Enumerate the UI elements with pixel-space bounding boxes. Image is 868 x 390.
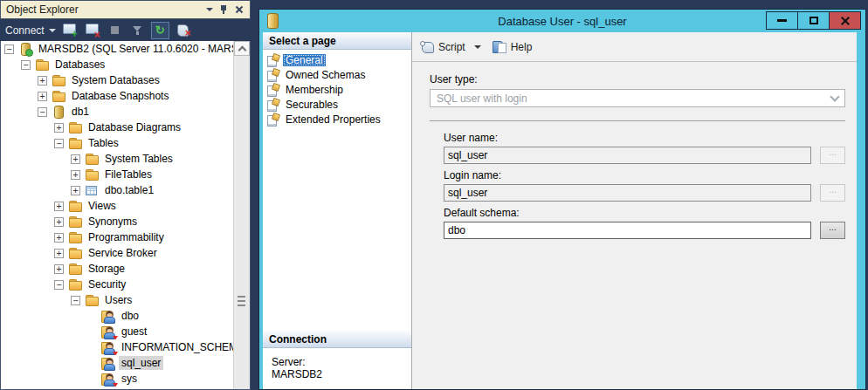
connect-server-icon[interactable]: [60, 22, 79, 39]
collapse-icon[interactable]: −: [21, 60, 31, 70]
folder-icon: [85, 168, 100, 181]
connect-button[interactable]: Connect: [5, 24, 56, 37]
expand-icon[interactable]: +: [54, 123, 64, 133]
expand-icon[interactable]: +: [71, 154, 80, 164]
tree-item-service-broker[interactable]: +Service Broker: [1, 245, 250, 261]
tree-item-label: Users: [102, 293, 134, 307]
folder-icon: [68, 278, 83, 291]
user-icon: [101, 357, 116, 370]
expand-icon[interactable]: +: [54, 264, 64, 274]
collapse-icon[interactable]: −: [4, 44, 14, 54]
tree-item-label: INFORMATION_SCHEMA: [119, 340, 247, 354]
page-icon: [266, 99, 280, 111]
expand-icon[interactable]: +: [38, 92, 47, 101]
tree-item-label: Security: [86, 277, 128, 291]
expand-icon[interactable]: +: [54, 202, 64, 211]
tree-scrollbar[interactable]: [233, 41, 250, 389]
minimize-button[interactable]: [766, 11, 798, 30]
dialog-main: Script Help User type: SQL user with log…: [411, 32, 857, 389]
page-icon: [266, 69, 280, 81]
scrollbar-grip[interactable]: [238, 296, 245, 306]
tree-item-db1[interactable]: −db1: [1, 104, 250, 120]
help-button[interactable]: Help: [511, 41, 533, 53]
tree-item-storage[interactable]: +Storage: [1, 261, 250, 277]
user-icon: [101, 310, 116, 323]
collapse-icon[interactable]: −: [54, 280, 64, 290]
collapse-icon[interactable]: −: [71, 296, 80, 305]
refresh-icon[interactable]: [151, 22, 169, 39]
login-name-input: [444, 184, 811, 202]
tree-item-security[interactable]: −Security: [1, 277, 250, 292]
expand-icon[interactable]: +: [54, 217, 64, 227]
expand-icon[interactable]: +: [71, 170, 80, 180]
page-item-general[interactable]: General: [263, 52, 411, 67]
user-type-combobox: SQL user with login: [430, 89, 845, 107]
tree-item-sys[interactable]: sys: [1, 371, 250, 387]
object-explorer-title: Object Explorer: [6, 3, 202, 16]
tree-item-database-diagrams[interactable]: +Database Diagrams: [1, 120, 250, 135]
form-separator: [430, 120, 845, 121]
page-item-membership[interactable]: Membership: [263, 82, 411, 97]
chevron-down-icon: [206, 8, 213, 11]
user-disabled-icon: [101, 325, 116, 339]
tree-item-label: Databases: [52, 58, 107, 72]
user-name-label: User name:: [444, 132, 845, 144]
tree-item-views[interactable]: +Views: [1, 198, 250, 214]
tree-item-label: Database Diagrams: [86, 120, 183, 134]
folder-icon: [68, 231, 83, 244]
page-item-securables[interactable]: Securables: [263, 97, 411, 112]
login-name-browse-button: ...: [820, 184, 845, 202]
tree-item-label: FileTables: [102, 168, 155, 181]
server-icon: [18, 43, 33, 56]
tree-item-filetables[interactable]: +FileTables: [1, 167, 250, 182]
scroll-up-icon[interactable]: [234, 41, 250, 56]
close-panel-icon[interactable]: [231, 3, 246, 17]
tree-item-information-schema[interactable]: INFORMATION_SCHEMA: [1, 339, 250, 355]
disconnect-server-icon[interactable]: [83, 22, 101, 39]
object-explorer-tree: −MARSDB2 (SQL Server 11.0.6020 - MARSD−D…: [0, 41, 251, 390]
tree-item-programmability[interactable]: +Programmability: [1, 229, 250, 245]
dialog-titlebar[interactable]: Database User - sql_user: [259, 10, 865, 32]
tree-item-synonyms[interactable]: +Synonyms: [1, 214, 250, 229]
tree-item-system-tables[interactable]: +System Tables: [1, 151, 250, 167]
close-button[interactable]: [829, 11, 861, 30]
collapse-icon[interactable]: −: [54, 139, 64, 148]
expand-icon[interactable]: +: [54, 233, 64, 243]
script-icon: [420, 40, 434, 53]
default-schema-browse-button[interactable]: ...: [820, 222, 845, 239]
tree-item-guest[interactable]: guest: [1, 324, 250, 339]
tree-item-sql-user[interactable]: sql_user: [1, 355, 250, 371]
tree-item-system-databases[interactable]: +System Databases: [1, 72, 250, 88]
tree-item-databases[interactable]: −Databases: [1, 57, 250, 72]
tree-item-marsdb2-sql-server-11-0-6020-marsd[interactable]: −MARSDB2 (SQL Server 11.0.6020 - MARSD: [1, 41, 250, 57]
tree-item-database-snapshots[interactable]: +Database Snapshots: [1, 88, 250, 104]
tree-item-dbo[interactable]: dbo: [1, 308, 250, 324]
window-position-menu-icon[interactable]: [202, 3, 217, 17]
pin-icon[interactable]: [217, 3, 231, 17]
maximize-button[interactable]: [797, 11, 830, 30]
folder-icon: [68, 263, 83, 276]
page-item-owned-schemas[interactable]: Owned Schemas: [263, 67, 411, 82]
tree-item-dbo-table1[interactable]: +dbo.table1: [1, 182, 250, 198]
default-schema-input[interactable]: [444, 222, 811, 239]
tree-item-label: Tables: [86, 136, 121, 150]
expand-icon[interactable]: +: [71, 186, 80, 195]
page-icon: [266, 54, 280, 66]
folder-icon: [68, 216, 83, 229]
page-item-extended-properties[interactable]: Extended Properties: [263, 112, 411, 127]
tree-item-tables[interactable]: −Tables: [1, 135, 250, 151]
connection-info: Server: MARSDB2 Connection:: [263, 348, 411, 389]
connect-label: Connect: [5, 24, 45, 37]
tree-item-label: System Databases: [69, 73, 162, 87]
script-dropdown-icon[interactable]: [474, 45, 481, 49]
user-type-label: User type:: [430, 73, 845, 86]
tree-item-users[interactable]: −Users: [1, 292, 250, 308]
tree-item-label: Programmability: [86, 230, 167, 244]
user-type-value: SQL user with login: [437, 92, 527, 105]
expand-icon[interactable]: +: [38, 76, 47, 86]
script-button[interactable]: Script: [438, 41, 465, 53]
folder-icon: [52, 90, 66, 103]
collapse-icon[interactable]: −: [38, 107, 47, 117]
disconnect-script-icon[interactable]: [174, 22, 192, 39]
expand-icon[interactable]: +: [54, 249, 64, 258]
